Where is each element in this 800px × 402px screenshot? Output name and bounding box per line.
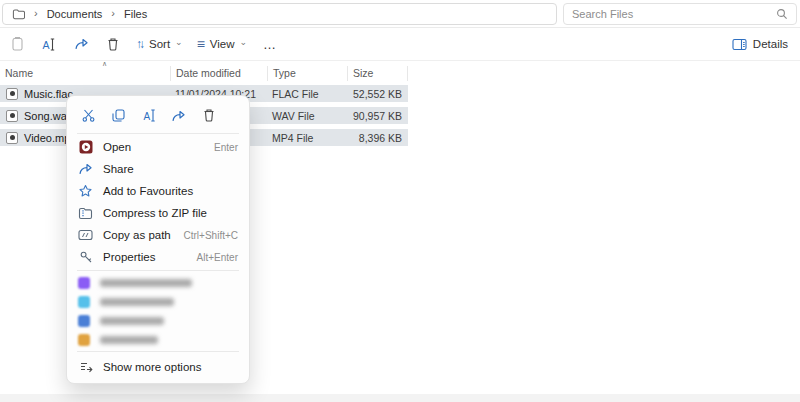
media-player-app-icon (78, 140, 93, 155)
blurred-label (100, 279, 192, 287)
window-bottom-edge (0, 394, 800, 402)
file-name: Music.flac (24, 88, 73, 100)
blurred-menu-item[interactable] (67, 292, 249, 311)
paste-icon (10, 36, 25, 52)
breadcrumb-item-files[interactable]: Files (124, 8, 147, 20)
blurred-app-icon (78, 315, 90, 327)
command-toolbar: A ↑↓ Sort ⌄ ≡ View ⌄ … Details (0, 28, 800, 61)
share-button[interactable] (170, 107, 187, 124)
paste-button[interactable] (2, 31, 32, 57)
share-icon (78, 162, 93, 177)
chevron-right-icon: › (34, 7, 38, 19)
menu-item-label: Copy as path (103, 229, 171, 241)
sort-button[interactable]: ↑↓ Sort ⌄ (130, 31, 189, 57)
sort-icon: ↑↓ (136, 37, 142, 51)
blurred-app-icon (78, 334, 90, 346)
chevron-down-icon: ⌄ (240, 37, 248, 47)
file-size: 90,957 KB (347, 110, 408, 122)
address-bar[interactable]: › Documents › Files (2, 3, 557, 25)
blurred-menu-item[interactable] (67, 311, 249, 330)
top-bar: › Documents › Files (0, 0, 800, 28)
blurred-menu-item[interactable] (67, 330, 249, 349)
svg-text:A: A (143, 111, 150, 122)
more-options-button[interactable]: … (255, 31, 285, 57)
rename-button[interactable]: A (140, 107, 157, 124)
star-icon (78, 184, 93, 199)
delete-button[interactable] (200, 107, 217, 124)
file-type: WAV File (267, 110, 347, 122)
share-button[interactable] (66, 31, 96, 57)
delete-button[interactable] (98, 31, 128, 57)
media-file-icon (6, 88, 18, 100)
copy-as-path-icon (78, 228, 93, 243)
rename-button[interactable]: A (34, 31, 64, 57)
svg-text:A: A (43, 38, 50, 50)
view-label: View (210, 38, 235, 50)
menu-separator (77, 270, 239, 271)
sort-ascending-indicator: ∧ (102, 60, 107, 68)
menu-item-compress-to-zip[interactable]: Compress to ZIP file (67, 202, 249, 224)
menu-separator (77, 133, 239, 134)
details-pane-button[interactable]: Details (726, 31, 794, 57)
menu-item-share[interactable]: Share (67, 158, 249, 180)
rename-icon: A (141, 108, 157, 123)
media-file-icon (6, 132, 18, 144)
cut-button[interactable] (80, 107, 97, 124)
file-size: 8,396 KB (347, 132, 408, 144)
blurred-app-icon (78, 277, 90, 289)
show-more-options-icon (78, 359, 93, 374)
menu-item-label: Share (103, 163, 134, 175)
blurred-label (100, 298, 174, 306)
ellipsis-icon: … (263, 37, 277, 52)
menu-item-shortcut: Enter (214, 142, 238, 153)
menu-item-properties[interactable]: Properties Alt+Enter (67, 246, 249, 268)
column-header-type[interactable]: Type (267, 66, 347, 81)
menu-item-label: Properties (103, 251, 155, 263)
blurred-label (100, 317, 164, 325)
menu-item-add-to-favourites[interactable]: Add to Favourites (67, 180, 249, 202)
rename-icon: A (41, 37, 57, 52)
sort-label: Sort (149, 38, 170, 50)
menu-item-open[interactable]: Open Enter (67, 136, 249, 158)
menu-item-label: Open (103, 141, 131, 153)
blurred-label (100, 336, 158, 344)
blurred-app-icon (78, 296, 90, 308)
chevron-down-icon: ⌄ (175, 37, 183, 47)
column-header-date-modified[interactable]: Date modified (170, 66, 267, 81)
breadcrumb-item-documents[interactable]: Documents (47, 8, 103, 20)
menu-item-shortcut: Alt+Enter (197, 252, 238, 263)
share-icon (74, 37, 89, 51)
column-headers: ∧ Name Date modified Type Size (0, 64, 408, 83)
properties-key-icon (78, 250, 93, 265)
file-size: 52,552 KB (347, 88, 408, 100)
file-type: FLAC File (267, 88, 347, 100)
cut-icon (81, 108, 96, 123)
menu-separator (77, 351, 239, 352)
quick-actions-row: A (67, 99, 249, 131)
menu-item-shortcut: Ctrl+Shift+C (184, 230, 238, 241)
view-icon: ≡ (197, 36, 205, 52)
folder-icon (12, 8, 25, 20)
menu-item-label: Compress to ZIP file (103, 207, 207, 219)
column-header-size[interactable]: Size (347, 66, 408, 81)
view-button[interactable]: ≡ View ⌄ (191, 31, 253, 57)
media-file-icon (6, 110, 18, 122)
column-header-name[interactable]: Name (0, 66, 170, 81)
context-menu: A Open Enter Share Add to Favourites (66, 95, 250, 384)
menu-item-label: Add to Favourites (103, 185, 193, 197)
details-pane-icon (732, 38, 748, 51)
menu-item-copy-as-path[interactable]: Copy as path Ctrl+Shift+C (67, 224, 249, 246)
blurred-menu-item[interactable] (67, 273, 249, 292)
search-icon (776, 8, 788, 20)
copy-button[interactable] (110, 107, 127, 124)
zip-folder-icon (78, 206, 93, 221)
menu-item-show-more-options[interactable]: Show more options (67, 354, 249, 379)
delete-icon (202, 108, 216, 123)
copy-icon (111, 108, 126, 123)
menu-item-label: Show more options (103, 361, 201, 373)
chevron-right-icon: › (111, 7, 115, 19)
file-type: MP4 File (267, 132, 347, 144)
search-box[interactable] (563, 3, 797, 25)
delete-icon (106, 37, 120, 52)
search-input[interactable] (572, 8, 776, 20)
